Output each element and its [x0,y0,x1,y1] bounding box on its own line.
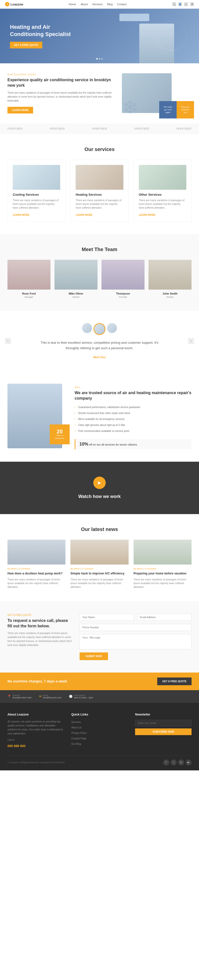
contact-text: There are many variations of passages of… [8,631,72,647]
testimonial-prev-button[interactable]: ‹ [5,338,11,344]
contact-title: To request a service call, please fill o… [8,618,72,629]
cart-icon[interactable]: 🛒 [184,2,188,6]
service-card-cooling: Cooling Services There are many variatio… [8,160,66,222]
news-author-2: By admin [133,568,143,570]
facebook-icon[interactable]: f [163,759,169,765]
team-section: Meet The Team Rose Ford Manager Mike Oli… [0,234,199,311]
nav-contact[interactable]: Contact [117,3,127,6]
footer-links-col: Quick Links Services About Us Privacy Po… [71,713,128,748]
footer-grid: About Loazzne At Loazzne, we pride ourse… [8,713,191,748]
hero-dot-2[interactable] [99,58,100,60]
hero-title: Heating and Air Conditioning Specialist [10,24,72,38]
service-heating-link[interactable]: LEARN MORE [75,213,92,216]
testimonial-avatar-1 [82,323,92,333]
footer-phone[interactable]: 000 888 000 [8,744,64,748]
footer-address-content: Address Brooklyn New York [13,694,32,699]
news-text-2: There are many variations of passages of… [133,578,191,589]
footer-address-value: Brooklyn New York [13,696,32,699]
search-icon[interactable]: 🔍 [172,2,176,6]
footer-copyright: © Loazzne. All Rights Reserved. Designed… [8,761,65,764]
service-other-link[interactable]: LEARN MORE [139,213,156,216]
service-other-image-inner [139,165,186,190]
footer-email: ✉ Email info@loazzne.com [39,694,61,699]
nav-home[interactable]: Home [69,3,76,6]
name-input[interactable] [80,614,134,621]
news-card-0: By admin | 0 Comment How does a ductless… [8,540,66,589]
newsletter-button[interactable]: SUBSCRIBE NOW [135,729,191,735]
team-photo-2 [101,260,144,290]
learn-more-button[interactable]: LEARN MORE [8,107,33,113]
email-input[interactable] [137,614,191,621]
twitter-icon[interactable]: t [171,759,177,765]
testimonial-next-button[interactable]: › [188,338,194,344]
snowflake-decoration: ❄ [122,96,147,121]
footer-top: 📍 Address Brooklyn New York ✉ Email info… [0,690,199,703]
team-photo-0 [8,260,50,290]
service-heating-image [75,165,123,190]
team-role-1: Worker [55,296,98,298]
youtube-icon[interactable]: ▶ [186,759,191,765]
discount-box: 10% off on our all services for senior c… [75,439,191,449]
nav-services[interactable]: Services [92,3,103,6]
logo[interactable]: ✦ Loazzne [5,2,23,6]
form-row-3 [80,634,191,649]
news-author-0: By admin [8,568,17,570]
instagram-icon[interactable]: in [178,759,184,765]
hero-dot-3[interactable] [101,58,103,60]
news-card-1: By admin | 0 Comment Simple hack to impr… [71,540,128,589]
user-icon[interactable]: 👤 [178,2,182,6]
news-image-1 [71,540,128,565]
nav-about[interactable]: About [80,3,88,6]
why-point-3: Clear right genuine about right up to 5 … [75,422,191,428]
footer-link-3: Contact Page [71,736,128,740]
form-row-2 [80,624,191,631]
testimonial-section: ‹ This is due to their excellent service… [0,311,199,371]
social-icons: f t in ▶ [163,759,191,765]
team-photo-1 [55,260,98,290]
news-image-0 [8,540,66,565]
submit-button[interactable]: SUBMIT NOW [80,652,108,660]
team-name-3: John Smith [149,292,191,295]
testimonial-author[interactable]: Mark Duo [93,356,106,359]
cta-text: No overtime charges, 7 days a week [8,679,67,683]
years-number: 20 [57,429,63,434]
service-cooling-link[interactable]: LEARN MORE [13,213,29,216]
badge1-text: We makeyou coolagain [164,105,172,114]
story-badge-cool: We makeyou coolagain [159,101,177,118]
news-grid: By admin | 0 Comment How does a ductless… [8,540,191,589]
newsletter-input[interactable] [135,720,191,726]
years-label: Years ofexperience [55,434,64,439]
nav: Home About Services Blog Contact [69,3,127,6]
why-label: Why [75,386,191,389]
discount-pct: 10% [79,442,88,447]
service-other-name: Other Services [139,193,186,196]
badge2-text: Keep yourbusinesscool [181,105,190,114]
hero-cta-button[interactable]: GET A FREE QUOTE [10,42,42,48]
service-cooling-name: Cooling Services [13,193,60,196]
footer-about-text: At Loazzne, we pride ourselves on provid… [8,720,64,736]
story-left: Our success story Experience quality air… [8,73,114,113]
news-cat-0: 0 Comment [19,568,30,570]
footer-hours: 🕐 Open Hours Mon-Fri 8am - 6pm [69,694,93,699]
footer-newsletter-col: Newsletter SUBSCRIBE NOW [135,713,191,748]
nav-blog[interactable]: Blog [107,3,113,6]
footer-link-1: About Us [71,725,128,729]
story-text: There are many variations of passages of… [8,91,114,103]
play-button[interactable]: ▶ [93,477,106,489]
story-title: Experience quality air conditioning serv… [8,77,114,88]
service-card-other: Other Services There are many variations… [133,160,191,222]
cta-button[interactable]: GET A FREE QUOTE [157,678,191,685]
message-input[interactable] [80,634,191,649]
footer-hours-value: Mon-Fri 8am - 6pm [74,696,93,699]
menu-icon[interactable]: ☰ [190,2,194,6]
footer-link-2: Privacy Policy [71,731,128,735]
hero-ac-unit-image [119,14,149,21]
video-title: Watch how we work [8,494,191,499]
team-role-3: Worker [149,296,191,298]
team-title: Meet The Team [8,247,191,252]
footer-about-col: About Loazzne At Loazzne, we pride ourse… [8,713,64,748]
news-card-2: By admin | 0 Comment Preparing your home… [133,540,191,589]
hero-dot-1[interactable] [96,58,98,60]
phone-input[interactable] [80,624,191,631]
news-author-1: By admin [71,568,80,570]
